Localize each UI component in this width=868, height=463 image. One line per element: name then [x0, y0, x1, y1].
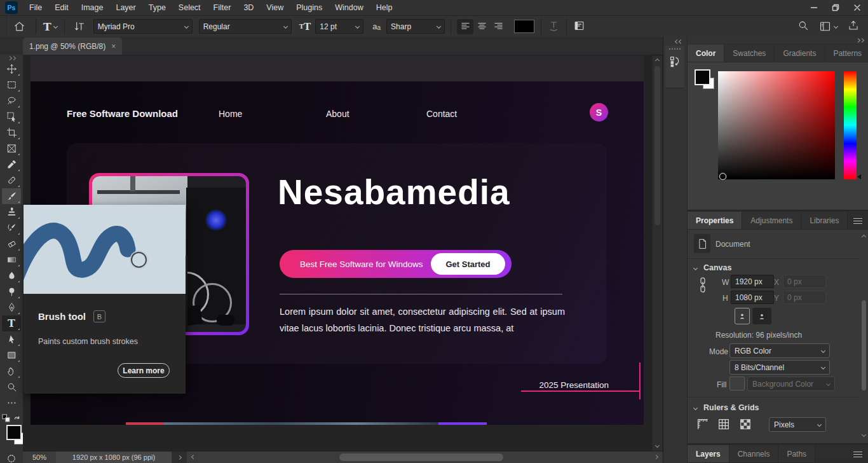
spot-healing-brush-tool[interactable] [2, 172, 21, 188]
menu-file[interactable]: File [23, 3, 48, 12]
canvas-horizontal-scrollbar[interactable] [187, 452, 663, 463]
menu-3d[interactable]: 3D [237, 3, 260, 12]
hue-slider-arrow[interactable] [857, 174, 861, 179]
color-field-cursor[interactable] [719, 173, 726, 180]
share-button[interactable] [848, 20, 859, 33]
document-tab[interactable]: 1.png @ 50% (RGB/8) × [23, 38, 122, 55]
menu-image[interactable]: Image [75, 3, 110, 12]
properties-scroll-thumb[interactable] [862, 300, 866, 390]
units-select[interactable]: Pixels [769, 417, 826, 432]
swap-colors-icon[interactable] [13, 413, 22, 422]
properties-scrollbar[interactable] [861, 234, 867, 440]
tab-libraries[interactable]: Libraries [801, 212, 848, 229]
type-tool[interactable]: T [2, 315, 21, 331]
default-colors-icon[interactable] [2, 414, 10, 422]
toggle-transparency-button[interactable] [738, 417, 752, 433]
y-input[interactable]: 0 px [783, 291, 826, 304]
properties-panel-menu-icon[interactable] [853, 221, 862, 222]
h-scroll-thumb[interactable] [339, 453, 503, 461]
gradient-tool[interactable] [2, 252, 21, 268]
tab-channels[interactable]: Channels [729, 445, 779, 462]
landscape-orientation-button[interactable] [752, 308, 771, 324]
canvas-section-chevron[interactable] [693, 265, 698, 270]
menu-edit[interactable]: Edit [48, 3, 75, 12]
menu-layer[interactable]: Layer [109, 3, 142, 12]
anti-alias-select[interactable]: Sharp [386, 19, 445, 34]
color-field[interactable] [718, 71, 835, 179]
foreground-color-swatch[interactable] [6, 425, 22, 440]
warp-text-button[interactable] [548, 20, 560, 34]
search-button[interactable] [797, 20, 809, 33]
lasso-tool[interactable] [2, 93, 21, 109]
expand-panels-icon[interactable] [675, 40, 682, 43]
menu-window[interactable]: Window [329, 3, 369, 12]
toggle-grid-button[interactable] [717, 417, 731, 433]
menu-filter[interactable]: Filter [207, 3, 238, 12]
options-grip[interactable] [0, 16, 7, 37]
toggle-panels-button[interactable] [573, 20, 585, 34]
pen-tool[interactable] [2, 300, 21, 315]
fill-select[interactable]: Background Color [747, 377, 835, 391]
clone-stamp-tool[interactable] [2, 204, 21, 220]
hand-tool[interactable] [2, 363, 21, 379]
tab-adjustments[interactable]: Adjustments [742, 212, 801, 229]
menu-help[interactable]: Help [370, 3, 399, 12]
tab-patterns[interactable]: Patterns [825, 45, 868, 62]
tab-color[interactable]: Color [688, 45, 724, 62]
layers-panel-menu-icon[interactable] [853, 454, 862, 455]
canvas-vertical-scrollbar[interactable] [652, 56, 662, 450]
rulers-section-chevron[interactable] [693, 405, 698, 410]
rectangular-marquee-tool[interactable] [2, 77, 21, 93]
x-input[interactable]: 0 px [783, 275, 826, 288]
menu-view[interactable]: View [260, 3, 290, 12]
tab-properties[interactable]: Properties [688, 212, 742, 229]
rectangle-tool[interactable] [2, 347, 21, 363]
learn-more-button[interactable]: Learn more [118, 363, 170, 378]
blur-tool[interactable] [2, 268, 21, 284]
brush-tool[interactable] [2, 188, 21, 204]
collapse-toolbar-icon[interactable] [8, 57, 15, 60]
zoom-level-field[interactable]: 50% [23, 452, 56, 463]
dodge-tool[interactable] [2, 284, 21, 300]
font-family-select[interactable]: Myriad Pro [93, 19, 193, 34]
text-orientation-button[interactable] [69, 20, 88, 33]
zoom-tool[interactable] [2, 379, 21, 395]
height-input[interactable]: 1080 px [731, 291, 774, 304]
hue-slider[interactable] [844, 71, 857, 179]
v-scroll-thumb[interactable] [654, 66, 660, 225]
history-brush-tool[interactable] [2, 220, 21, 236]
font-size-select[interactable]: 12 pt [315, 19, 363, 34]
home-button[interactable] [7, 20, 31, 32]
width-input[interactable]: 1920 px [731, 275, 774, 288]
link-dimensions-icon[interactable] [699, 277, 707, 293]
color-mode-select[interactable]: RGB Color [729, 343, 830, 358]
edit-toolbar-button[interactable] [2, 395, 21, 411]
restore-button[interactable] [825, 0, 846, 15]
workspace-switcher[interactable] [819, 21, 837, 32]
tab-close-icon[interactable]: × [111, 42, 116, 51]
eraser-tool[interactable] [2, 236, 21, 252]
text-color-swatch[interactable] [514, 20, 534, 33]
minimize-button[interactable] [803, 0, 825, 15]
align-left-button[interactable] [457, 19, 473, 34]
eyedropper-tool[interactable] [2, 156, 21, 172]
menu-plugins[interactable]: Plugins [290, 3, 329, 12]
portrait-orientation-button[interactable] [735, 308, 750, 324]
frame-tool[interactable] [2, 141, 21, 156]
bit-depth-select[interactable]: 8 Bits/Channel [729, 360, 830, 375]
font-style-select[interactable]: Regular [199, 19, 292, 34]
panel-foreground-swatch[interactable] [695, 69, 710, 85]
collapse-dock-icon[interactable] [857, 39, 864, 42]
status-expand-icon[interactable] [172, 456, 187, 459]
move-tool[interactable] [2, 61, 21, 77]
history-panel-button[interactable] [665, 46, 684, 88]
object-selection-tool[interactable] [2, 109, 21, 125]
tab-swatches[interactable]: Swatches [724, 45, 775, 62]
menu-select[interactable]: Select [172, 3, 207, 12]
tab-layers[interactable]: Layers [688, 445, 729, 462]
toggle-rulers-button[interactable] [695, 417, 709, 433]
align-center-button[interactable] [473, 19, 490, 34]
path-selection-tool[interactable] [2, 331, 21, 347]
fill-swatch[interactable] [729, 377, 745, 390]
quick-mask-icon[interactable] [6, 453, 17, 463]
